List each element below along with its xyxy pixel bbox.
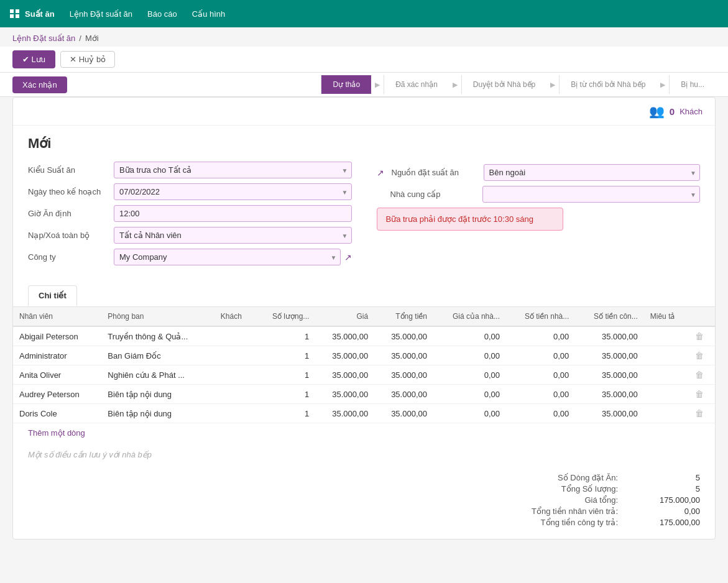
field-nap-xoa: Nạp/Xoá toàn bộ Tất cả Nhân viên ▼ [28,227,352,244]
cell-tong-tien: 35.000,00 [374,365,433,385]
col-gia-nha: Giá của nhà... [433,307,506,326]
main-card: 👥 0 Khách Mới Kiểu Suất ăn Bữa trưa cho … [12,97,716,539]
cell-so-luong: 1 [256,404,316,423]
form-left-col: Kiểu Suất ăn Bữa trưa cho Tất cả ▼ Ngày … [28,162,352,270]
cell-phong-ban: Truyền thông & Quả... [101,326,214,346]
add-row-link[interactable]: Thêm một dòng [13,423,715,443]
guest-badge: 👥 0 Khách [649,104,703,119]
delete-row-icon[interactable]: 🗑 [695,389,704,399]
form-grid: Kiểu Suất ăn Bữa trưa cho Tất cả ▼ Ngày … [13,157,715,280]
status-draft[interactable]: Dự thảo [321,75,371,94]
cell-so-tien-nha: 0,00 [506,385,575,404]
nap-xoa-field: Tất cả Nhân viên ▼ [114,227,352,244]
gia-tong-value: 175.000,00 [625,495,700,505]
cong-ty-select[interactable]: My Company [114,249,341,265]
cell-nhan-vien: Doris Cole [13,404,101,423]
form-right-col: ↗ Nguồn đặt suất ăn Bên ngoài ▼ Nhà cung… [377,162,701,270]
warning-text: Bữa trưa phải được đặt trước 10:30 sáng [386,214,533,224]
kieu-suat-an-select[interactable]: Bữa trưa cho Tất cả [114,162,352,178]
table-row: Anita Oliver Nghiên cứu & Phát ... 1 35.… [13,365,715,385]
cell-mieu-ta [644,404,689,423]
cell-gia-nha: 0,00 [433,326,506,346]
cell-tong-tien: 35.000,00 [374,404,433,423]
status-approved[interactable]: Duyệt bởi Nhà bếp [461,75,546,94]
cell-gia: 35.000,00 [315,385,374,404]
cell-so-tien-cong: 35.000,00 [575,385,644,404]
table-row: Audrey Peterson Biên tập nội dung 1 35.0… [13,385,715,404]
status-confirmed[interactable]: Đã xác nhận [384,75,449,94]
delete-row-icon[interactable]: 🗑 [695,331,704,341]
breadcrumb-parent[interactable]: Lệnh Đặt suất ăn [12,34,75,43]
cell-delete: 🗑 [689,346,715,365]
nguon-dat-link-icon[interactable]: ↗ [377,168,384,178]
tabs-row: Chi tiết [13,285,715,307]
cell-gia-nha: 0,00 [433,365,506,385]
guest-count: 0 [670,106,675,117]
cell-khach [214,385,256,404]
cell-khach [214,404,256,423]
cell-gia-nha: 0,00 [433,385,506,404]
cell-so-tien-nha: 0,00 [506,365,575,385]
cancel-button[interactable]: ✕ Huỷ bỏ [60,51,115,68]
tong-nv-value: 0,00 [625,507,700,516]
cong-ty-external-link-icon[interactable]: ↗ [344,252,352,262]
col-khach: Khách [214,307,256,326]
cell-khach [214,326,256,346]
cell-so-luong: 1 [256,346,316,365]
save-button[interactable]: ✔ Lưu [12,50,55,68]
arrow-3: ▶ [546,76,559,94]
col-gia: Giá [315,307,374,326]
nguon-dat-field: Bên ngoài ▼ [484,164,701,181]
summary-tong-nv: Tổng tiền nhân viên trả: 0,00 [28,507,700,516]
arrow-1: ▶ [371,76,384,94]
cell-so-luong: 1 [256,365,316,385]
nav-lenh-dat[interactable]: Lệnh Đặt suất ăn [70,9,132,19]
confirm-button[interactable]: Xác nhận [12,76,67,93]
delete-row-icon[interactable]: 🗑 [695,370,704,380]
cell-so-tien-cong: 35.000,00 [575,365,644,385]
cell-gia: 35.000,00 [315,346,374,365]
cong-ty-label: Công ty [28,252,109,262]
table-container: Nhân viên Phòng ban Khách Số lượng... Gi… [13,307,715,443]
notes-area: Một số điều cần lưu ý với nhà bếp [13,443,715,467]
tab-chi-tiet[interactable]: Chi tiết [28,285,77,306]
ngay-ke-hoach-select[interactable]: 07/02/2022 [114,183,352,200]
col-delete-header [689,307,715,326]
summary-so-dong: Số Dòng đặt Ăn: 5 [28,473,700,482]
nav-bao-cao[interactable]: Báo cáo [147,9,177,19]
delete-row-icon[interactable]: 🗑 [695,408,704,418]
warning-box: Bữa trưa phải được đặt trước 10:30 sáng [377,208,563,231]
cell-tong-tien: 35.000,00 [374,385,433,404]
cell-nhan-vien: Audrey Peterson [13,385,101,404]
status-rejected[interactable]: Bị từ chối bởi Nhà bếp [559,75,657,94]
cell-gia: 35.000,00 [315,365,374,385]
cell-so-tien-cong: 35.000,00 [575,326,644,346]
nav-cau-hinh[interactable]: Cấu hình [192,9,226,19]
field-ngay-ke-hoach: Ngày theo kế hoạch 07/02/2022 ▼ [28,183,352,200]
gio-an-input[interactable] [114,205,352,222]
form-title: Mới [13,126,715,157]
nguon-dat-select[interactable]: Bên ngoài [484,164,701,181]
delete-row-icon[interactable]: 🗑 [695,351,704,360]
field-gio-an: Giờ Ăn định [28,205,352,222]
cell-nhan-vien: Anita Oliver [13,365,101,385]
col-so-tien-nha: Số tiền nhà... [506,307,575,326]
cell-mieu-ta [644,385,689,404]
table-row: Administrator Ban Giám Đốc 1 35.000,00 3… [13,346,715,365]
top-nav: Suất ăn Lệnh Đặt suất ăn Báo cáo Cấu hìn… [0,0,728,27]
cell-so-tien-cong: 35.000,00 [575,404,644,423]
order-table: Nhân viên Phòng ban Khách Số lượng... Gi… [13,307,715,423]
nha-cung-cap-select[interactable] [482,186,701,203]
breadcrumb-current: Mới [85,34,99,43]
gio-an-label: Giờ Ăn định [28,209,109,218]
summary-gia-tong: Giá tổng: 175.000,00 [28,495,700,505]
nap-xoa-select[interactable]: Tất cả Nhân viên [114,227,352,244]
field-cong-ty: Công ty My Company ▼ ↗ [28,249,352,265]
kieu-suat-an-label: Kiểu Suất ăn [28,165,109,175]
gio-an-field [114,205,352,222]
status-cancelled[interactable]: Bị hu... [669,75,716,94]
tong-cty-label: Tổng tiền công ty trả: [489,518,625,527]
cong-ty-row-icon: My Company ▼ ↗ [114,249,352,265]
nha-cung-cap-field: ▼ [482,186,701,203]
col-so-luong: Số lượng... [256,307,316,326]
